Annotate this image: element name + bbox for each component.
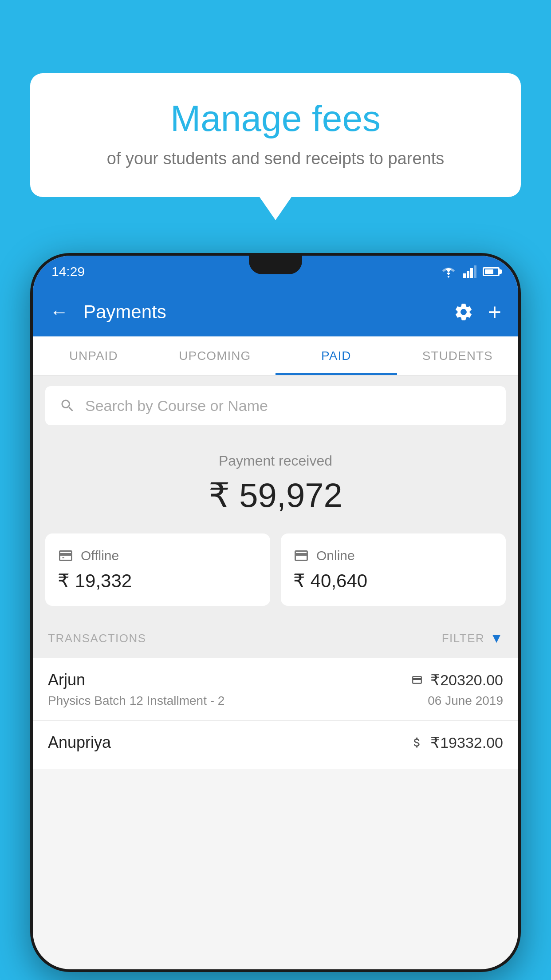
offline-payment-card: Offline ₹ 19,332 [45,533,270,606]
status-icons [440,265,500,278]
speech-bubble: Manage fees of your students and send re… [30,73,521,197]
bubble-subtitle: of your students and send receipts to pa… [57,149,494,168]
app-bar-icons: + [453,300,501,324]
search-placeholder: Search by Course or Name [85,397,268,415]
transaction-amount-container-anupriya: ₹19332.00 [409,734,503,751]
tabs-bar: UNPAID UPCOMING PAID STUDENTS [33,336,518,375]
payment-received: Payment received ₹ 59,972 [33,436,518,533]
student-name-arjun: Arjun [48,671,85,689]
online-label: Online [316,548,355,563]
tab-unpaid[interactable]: UNPAID [33,336,154,375]
tab-upcoming[interactable]: UPCOMING [154,336,276,375]
status-time: 14:29 [51,264,85,279]
transaction-amount-arjun: ₹20320.00 [430,671,503,689]
phone-frame: 14:29 [30,253,521,972]
filter-icon: ▼ [490,631,503,646]
payment-label: Payment received [33,453,518,469]
bubble-title: Manage fees [57,98,494,139]
payment-type-icon-arjun [409,674,425,686]
tab-students[interactable]: STUDENTS [397,336,519,375]
transaction-date-arjun: 06 June 2019 [428,694,503,708]
wifi-icon [440,265,457,278]
add-button[interactable]: + [488,300,501,324]
transaction-top-anupriya: Anupriya ₹19332.00 [48,733,503,752]
online-payment-card: Online ₹ 40,640 [281,533,506,606]
search-container: Search by Course or Name [33,375,518,436]
back-button[interactable]: ← [50,301,68,323]
svg-rect-3 [474,265,476,278]
svg-rect-1 [467,271,469,278]
payment-type-icon-anupriya [409,736,425,749]
card-header-offline: Offline [58,548,258,564]
student-name-anupriya: Anupriya [48,733,111,752]
signal-icon [463,265,476,278]
online-amount: ₹ 40,640 [293,570,493,592]
card-header-online: Online [293,548,493,564]
transaction-amount-container-arjun: ₹20320.00 [409,671,503,689]
course-info-arjun: Physics Batch 12 Installment - 2 [48,694,224,708]
search-icon [59,398,75,414]
online-icon [293,548,309,564]
svg-rect-2 [470,268,473,278]
payment-amount: ₹ 59,972 [33,475,518,515]
transactions-label: TRANSACTIONS [48,632,146,645]
tab-paid[interactable]: PAID [276,336,397,375]
transactions-header: TRANSACTIONS FILTER ▼ [33,618,518,658]
transaction-bottom-arjun: Physics Batch 12 Installment - 2 06 June… [48,694,503,708]
notch [249,256,302,274]
filter-container[interactable]: FILTER ▼ [442,631,503,646]
phone-inner: 14:29 [33,256,518,969]
payment-cards: Offline ₹ 19,332 Online ₹ 40,640 [33,533,518,618]
transaction-row-arjun[interactable]: Arjun ₹20320.00 Physics Batch 12 Install… [33,658,518,721]
transaction-top-arjun: Arjun ₹20320.00 [48,671,503,689]
svg-rect-0 [463,273,466,278]
app-bar-title: Payments [83,301,443,323]
status-bar: 14:29 [33,256,518,288]
transaction-amount-anupriya: ₹19332.00 [430,734,503,751]
filter-label: FILTER [442,632,485,645]
offline-label: Offline [81,548,119,563]
search-box[interactable]: Search by Course or Name [45,386,506,425]
offline-icon [58,548,74,564]
gear-icon[interactable] [453,302,474,322]
app-bar: ← Payments + [33,288,518,336]
battery-icon [483,267,500,276]
transaction-row-anupriya[interactable]: Anupriya ₹19332.00 [33,721,518,769]
offline-amount: ₹ 19,332 [58,570,258,592]
